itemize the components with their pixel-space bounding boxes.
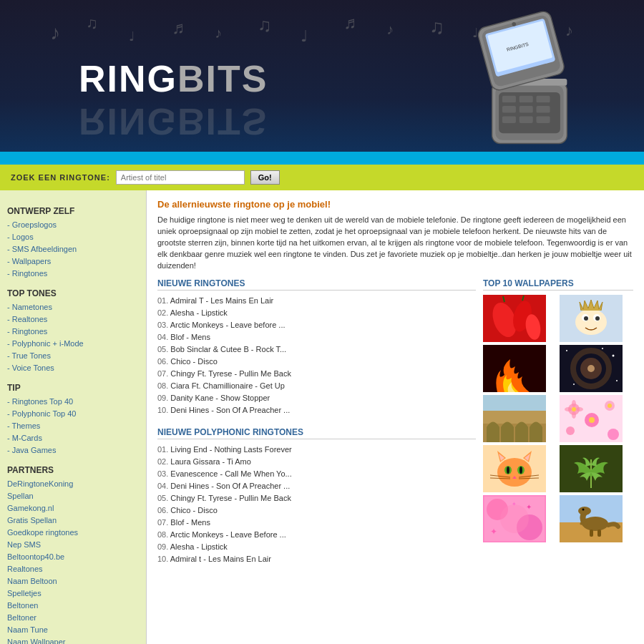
partner-nepsms[interactable]: Nep SMS [7, 539, 139, 551]
logo-bits: BITS [177, 58, 268, 99]
wallpaper-thumb-6[interactable] [560, 395, 623, 442]
svg-point-30 [595, 316, 600, 321]
svg-point-40 [602, 348, 603, 349]
sidebar-section-title-2: TOP TONES [7, 288, 139, 298]
polyphonic-link[interactable]: Chico - Disco [170, 506, 217, 514]
sidebar-item-ringtones-top40[interactable]: - Ringtones Top 40 [7, 396, 139, 408]
sidebar: ONTWERP ZELF - Groepslogos - Logos - SMS… [0, 190, 147, 644]
svg-point-51 [608, 404, 612, 408]
list-item: 02. Alesha - Lipstick [157, 307, 476, 319]
wallpaper-thumb-10[interactable] [560, 495, 623, 542]
sidebar-item-polyphonic-top40[interactable]: - Polyphonic Top 40 [7, 408, 139, 420]
sidebar-item-javagames[interactable]: - Java Games [7, 444, 139, 457]
polyphonic-link[interactable]: Blof - Mens [170, 518, 210, 527]
partner-naamwallpaper[interactable]: Naam Wallpaper [7, 636, 139, 644]
list-item: 03. Arctic Monkeys - Leave before ... [157, 319, 476, 331]
svg-point-36 [566, 350, 567, 351]
ringtone-link[interactable]: Deni Hines - Son Of A Preacher ... [170, 406, 290, 414]
polyphonic-link[interactable]: Evanescence - Call Me When Yo... [170, 469, 291, 478]
ringtone-link[interactable]: Ciara Ft. Chamillionaire - Get Up [170, 381, 285, 390]
list-item: 01. Living End - Nothing Lasts Forever [157, 444, 476, 456]
sidebar-item-wallpapers[interactable]: - Wallpapers [7, 255, 139, 268]
ringtone-link[interactable]: Chico - Disco [170, 357, 217, 366]
partner-naambeltoon[interactable]: Naam Beltoon [7, 575, 139, 587]
polyphonic-link[interactable]: Alesha - Lipstick [170, 542, 228, 551]
list-item: 09. Alesha - Lipstick [157, 541, 476, 553]
intro-text: De huidige ringtone is niet meer weg te … [157, 214, 633, 271]
svg-point-67 [519, 467, 522, 474]
ringtone-link[interactable]: Chingy Ft. Tyrese - Pullin Me Back [170, 369, 291, 378]
wallpaper-thumb-5[interactable] [483, 395, 546, 442]
polyphonic-link[interactable]: Deni Hines - Son Of A Preacher ... [170, 482, 290, 490]
sidebar-item-ringtones-2[interactable]: - Ringtones [7, 326, 139, 338]
sidebar-item-sms[interactable]: - SMS Afbeeldingen [7, 243, 139, 255]
ringtone-link[interactable]: Alesha - Lipstick [170, 308, 228, 317]
ringtone-link[interactable]: Blof - Mens [170, 333, 210, 341]
polyphonic-link[interactable]: Living End - Nothing Lasts Forever [170, 445, 291, 454]
partner-deringtone[interactable]: DeRingtoneKoning [7, 478, 139, 490]
list-item: 06. Chico - Disco [157, 356, 476, 368]
partner-realtones[interactable]: Realtones [7, 563, 139, 575]
polyphonic-link[interactable]: Laura Gissara - Ti Amo [170, 457, 251, 466]
partner-naamtune[interactable]: Naam Tune [7, 624, 139, 636]
svg-rect-10 [519, 116, 533, 123]
new-ringtones-title: NIEUWE RINGTONES [157, 278, 476, 291]
partner-gratisspellan[interactable]: Gratis Spellan [7, 514, 139, 527]
music-note-8: ♬ [343, 13, 356, 33]
partner-gamekong[interactable]: Gamekong.nl [7, 502, 139, 514]
polyphonic-link[interactable]: Chingy Ft. Tyrese - Pullin Me Back [170, 494, 291, 502]
polyphonic-link[interactable]: Arctic Monkeys - Leave Before ... [170, 530, 286, 539]
partner-spellan[interactable]: Spellan [7, 490, 139, 502]
svg-point-56 [565, 407, 572, 411]
ringtone-link[interactable]: Danity Kane - Show Stopper [170, 394, 270, 402]
svg-text:✦: ✦ [526, 503, 532, 511]
sidebar-item-truetones[interactable]: - True Tones [7, 350, 139, 362]
sidebar-item-polyphonic[interactable]: - Polyphonic + i-Mode [7, 338, 139, 350]
svg-rect-3 [502, 96, 516, 103]
partner-beltoner[interactable]: Beltoner [7, 612, 139, 624]
search-input[interactable] [116, 170, 245, 185]
wallpaper-thumb-4[interactable] [560, 345, 623, 392]
logo-reflection: RINGBITS [79, 100, 268, 143]
site-logo: RINGBITS [79, 57, 268, 100]
sidebar-item-ringtones-1[interactable]: - Ringtones [7, 268, 139, 280]
sidebar-item-nametones[interactable]: - Nametones [7, 301, 139, 313]
music-note-7: ♩ [301, 27, 308, 46]
wallpaper-thumb-8[interactable] [560, 445, 623, 492]
wallpaper-thumb-7[interactable] [483, 445, 546, 492]
search-label: ZOEK EEN RINGTONE: [11, 173, 110, 182]
sidebar-item-voicetones[interactable]: - Voice Tones [7, 362, 139, 374]
polyphonic-link[interactable]: Admiral t - Les Mains En Lair [170, 555, 271, 563]
wallpaper-thumb-3[interactable] [483, 345, 546, 392]
list-item: 10. Admiral t - Les Mains En Lair [157, 553, 476, 565]
ringtone-link[interactable]: Admiral T - Les Mains En Lair [170, 296, 273, 305]
svg-rect-9 [502, 116, 516, 123]
list-item: 07. Chingy Ft. Tyrese - Pullin Me Back [157, 368, 476, 380]
sidebar-item-groepslogos[interactable]: - Groepslogos [7, 219, 139, 231]
sidebar-item-logos[interactable]: - Logos [7, 231, 139, 243]
partner-spelletjes[interactable]: Spelletjes [7, 587, 139, 600]
partner-beltoontop40[interactable]: Beltoontop40.be [7, 551, 139, 563]
sidebar-item-themes[interactable]: - Themes [7, 420, 139, 432]
sidebar-item-mcards[interactable]: - M-Cards [7, 432, 139, 444]
svg-point-54 [572, 400, 576, 407]
right-column: TOP 10 WALLPAPERS [483, 278, 633, 576]
svg-rect-11 [537, 116, 550, 123]
svg-point-38 [573, 384, 575, 385]
svg-point-37 [613, 355, 615, 357]
ringtone-link[interactable]: Arctic Monkeys - Leave before ... [170, 321, 286, 329]
wallpaper-thumb-1[interactable] [483, 295, 546, 342]
wallpaper-thumb-9[interactable]: ✦ ✦ ✦ [483, 495, 546, 542]
ringtone-link[interactable]: Bob Sinclar & Cutee B - Rock T... [170, 345, 286, 353]
search-button[interactable]: Go! [250, 170, 280, 185]
list-item: 10. Deni Hines - Son Of A Preacher ... [157, 404, 476, 416]
partner-beltonen[interactable]: Beltonen [7, 600, 139, 612]
partner-goedkope[interactable]: Goedkope ringtones [7, 527, 139, 539]
music-note-4: ♬ [172, 18, 185, 38]
content-area: De allernieuwste ringtone op je mobiel! … [147, 190, 644, 644]
svg-rect-6 [502, 106, 516, 113]
sidebar-item-realtones[interactable]: - Realtones [7, 313, 139, 326]
wallpaper-thumb-2[interactable] [560, 295, 623, 342]
new-polyphonic-title: NIEUWE POLYPHONIC RINGTONES [157, 427, 476, 439]
content-intro: De allernieuwste ringtone op je mobiel! … [157, 199, 633, 271]
